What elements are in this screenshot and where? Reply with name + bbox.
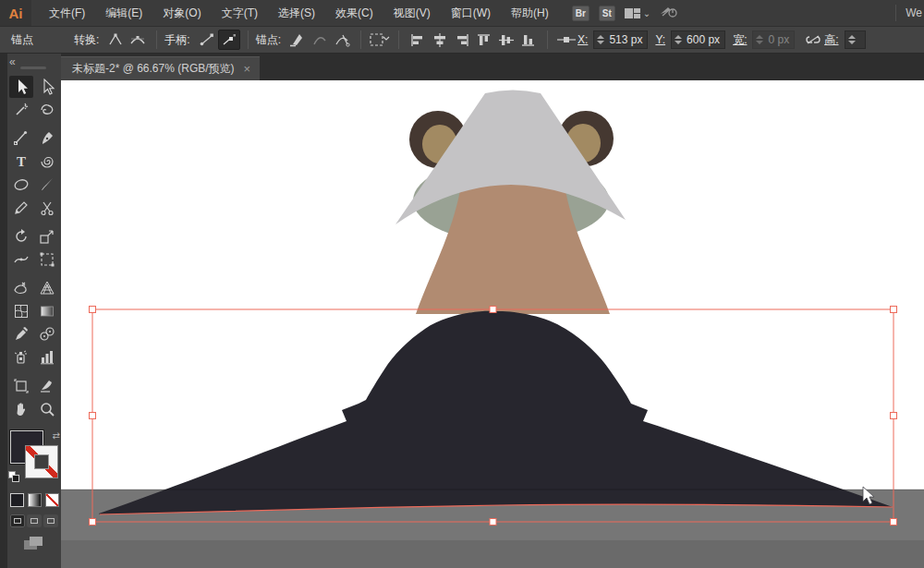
convert-label: 转换: [74,32,99,48]
panel-dock-edge [0,54,7,568]
draw-normal-button[interactable] [10,514,25,527]
handle-bottom-left[interactable] [90,519,96,526]
blend-tool[interactable] [35,323,59,345]
connect-path-button[interactable] [309,30,331,50]
tab-close-icon[interactable]: × [244,62,251,76]
y-stepper[interactable] [675,35,682,44]
gradient-tool[interactable] [35,300,59,322]
align-center-button[interactable] [429,30,451,50]
hide-handles-button[interactable] [218,30,240,50]
handle-top-center[interactable] [490,307,496,313]
stroke-color-swatch[interactable] [25,445,58,478]
draw-behind-button[interactable] [27,514,42,527]
hand-tool[interactable] [9,398,33,420]
scale-tool[interactable] [35,225,59,248]
menu-effect[interactable]: 效果(C) [325,0,383,26]
width-label[interactable]: 宽: [733,32,747,48]
align-right-button[interactable] [451,30,473,50]
lasso-tool[interactable] [35,99,59,121]
type-tool[interactable]: T [9,151,33,173]
line-segment-tool[interactable] [35,151,59,173]
paintbrush-tool[interactable] [35,174,59,196]
rotate-icon [13,228,30,245]
menu-edit[interactable]: 编辑(E) [95,0,152,26]
illustrator-window: Ai 文件(F) 编辑(E) 对象(O) 文字(T) 选择(S) 效果(C) 视… [0,0,924,568]
magic-wand-tool[interactable] [9,99,33,121]
cut-path-button[interactable] [331,30,353,50]
bounding-box-menu-button[interactable] [369,30,391,50]
x-stepper[interactable] [597,35,604,44]
menu-help[interactable]: 帮助(H) [501,0,559,26]
y-input[interactable]: 600 px [671,30,725,49]
paintbrush-icon [39,176,55,193]
hand-icon [13,401,30,417]
y-label[interactable]: Y: [655,33,665,46]
handle-top-right[interactable] [891,307,897,313]
gpu-performance-icon[interactable] [660,6,678,21]
align-middle-button[interactable] [495,30,517,50]
zoom-tool[interactable] [35,398,59,420]
rotate-tool[interactable] [9,225,33,248]
x-input[interactable]: 513 px [593,30,648,49]
pencil-tool[interactable] [9,197,33,219]
handle-bottom-center[interactable] [490,519,496,526]
panel-grip[interactable] [20,66,46,69]
remove-anchor-button[interactable] [286,30,309,50]
collapse-panel-icon[interactable]: « [9,55,16,68]
document-tab[interactable]: 未标题-2* @ 66.67% (RGB/预览) × [61,56,260,80]
convert-to-smooth-button[interactable] [127,30,149,50]
height-stepper[interactable] [848,35,856,44]
default-fill-stroke-icon[interactable] [8,471,19,482]
eyedropper-tool[interactable] [9,323,33,345]
align-bottom-button[interactable] [517,30,540,50]
menu-object[interactable]: 对象(O) [152,0,211,26]
stock-button[interactable]: St [599,6,615,21]
bridge-button[interactable]: Br [572,6,590,21]
screen-mode-button[interactable] [24,537,44,551]
workspace-switcher-button[interactable]: ⌄ [625,8,650,18]
align-top-button[interactable] [473,30,495,50]
canvas[interactable] [61,80,924,568]
app-logo-icon[interactable]: Ai [0,0,31,26]
x-label[interactable]: X: [578,33,588,46]
draw-inside-button[interactable] [43,514,58,527]
symbol-sprayer-tool[interactable] [9,346,33,369]
selection-tool[interactable] [9,76,33,98]
ellipse-tool[interactable] [9,174,33,196]
scissors-tool[interactable] [35,197,59,219]
handle-mid-right[interactable] [891,413,897,419]
handle-top-left[interactable] [90,307,96,313]
workspace-name-label[interactable]: We [895,5,924,21]
column-graph-tool[interactable] [35,346,59,369]
perspective-grid-tool[interactable] [35,277,59,299]
height-label[interactable]: 高: [824,32,838,48]
height-input[interactable] [845,30,866,49]
constrain-proportions-icon[interactable] [802,30,824,50]
width-tool[interactable] [9,248,33,271]
curvature-tool[interactable] [9,127,33,150]
swap-fill-stroke-icon[interactable]: ⇄ [53,430,60,441]
direct-selection-arrow-icon [39,79,55,95]
artboard-tool[interactable] [9,375,33,397]
mesh-tool[interactable] [9,300,33,322]
show-handles-button[interactable] [196,30,218,50]
menu-window[interactable]: 窗口(W) [441,0,501,26]
menu-select[interactable]: 选择(S) [268,0,325,26]
pen-tool[interactable] [35,127,59,150]
handle-bottom-right[interactable] [891,519,897,526]
gradient-button[interactable] [28,493,42,507]
align-left-button[interactable] [407,30,429,50]
shape-builder-tool[interactable] [9,277,33,299]
free-transform-tool[interactable] [35,248,59,271]
perspective-grid-icon [39,280,55,296]
artwork-svg [61,80,924,568]
menu-view[interactable]: 视图(V) [383,0,441,26]
handle-mid-left[interactable] [90,413,96,419]
none-button[interactable] [45,493,59,507]
menu-file[interactable]: 文件(F) [39,0,95,26]
menu-type[interactable]: 文字(T) [212,0,268,26]
slice-tool[interactable] [35,375,59,397]
color-button[interactable] [10,493,24,507]
direct-selection-tool[interactable] [35,76,59,98]
convert-to-corner-button[interactable] [104,30,127,50]
